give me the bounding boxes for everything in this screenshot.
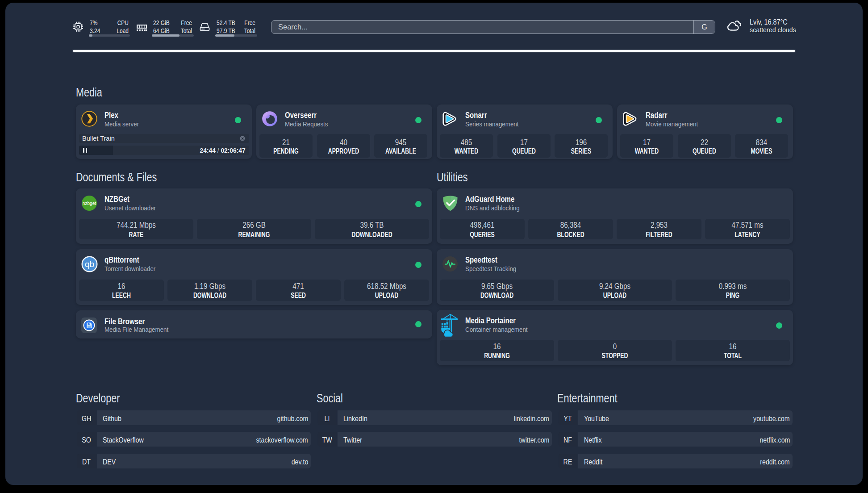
- svg-text:nzbget: nzbget: [83, 200, 96, 205]
- svg-text:qb: qb: [85, 259, 94, 269]
